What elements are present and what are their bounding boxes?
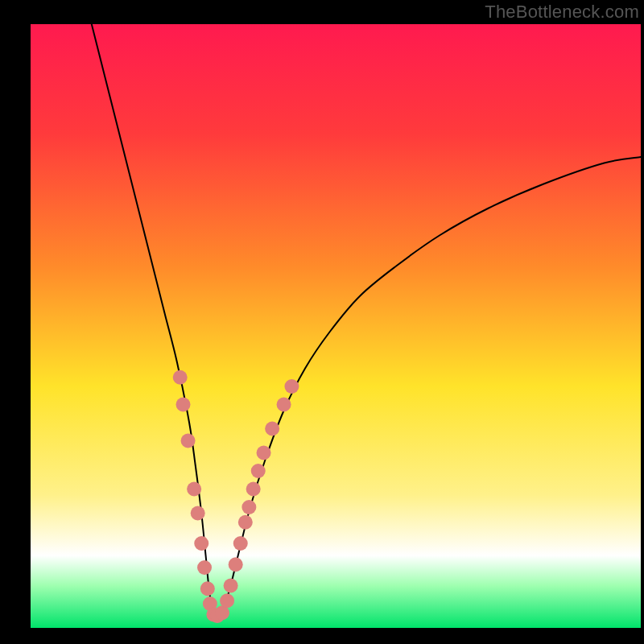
curve-marker xyxy=(238,515,253,530)
plot-background xyxy=(31,24,641,628)
chart-container: TheBottleneck.com xyxy=(0,0,644,644)
curve-marker xyxy=(181,434,196,448)
curve-marker xyxy=(257,446,271,460)
curve-marker xyxy=(187,482,201,497)
curve-marker xyxy=(224,579,238,593)
curve-marker xyxy=(191,506,205,521)
curve-marker xyxy=(251,464,266,478)
curve-marker xyxy=(194,536,208,551)
bottleneck-chart xyxy=(0,0,644,644)
curve-marker xyxy=(284,379,299,394)
curve-marker xyxy=(233,536,248,551)
curve-marker xyxy=(246,482,261,497)
curve-marker xyxy=(265,422,279,436)
curve-marker xyxy=(220,593,234,608)
curve-marker xyxy=(277,398,291,412)
curve-marker xyxy=(176,398,191,412)
curve-marker xyxy=(229,557,243,572)
curve-marker xyxy=(197,560,212,575)
curve-marker xyxy=(200,581,215,596)
curve-marker xyxy=(173,370,188,385)
curve-marker xyxy=(242,500,256,514)
